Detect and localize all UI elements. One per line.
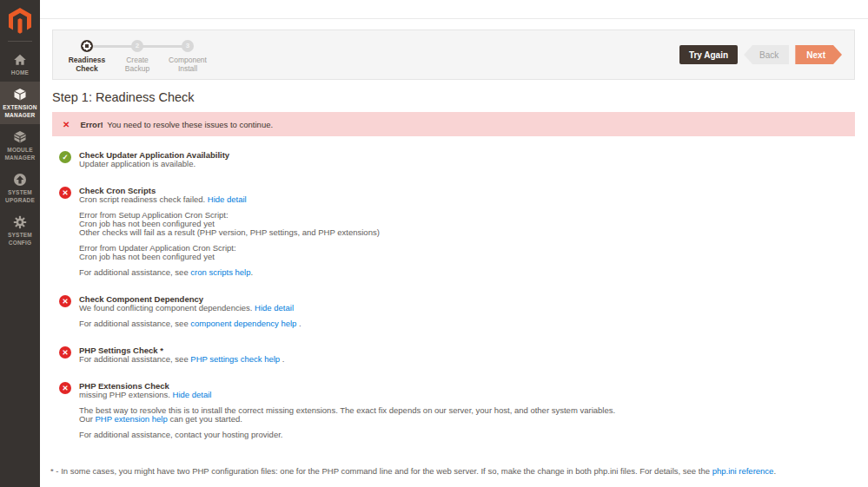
sidebar-item-extension-manager[interactable]: EXTENSION MANAGER xyxy=(0,82,40,124)
step-label: Create Backup xyxy=(115,56,160,73)
php-extension-help-link[interactable]: PHP extension help xyxy=(95,414,167,424)
module-manager-icon xyxy=(13,130,27,144)
error-cross-icon: ✕ xyxy=(59,382,71,394)
help-text: Our xyxy=(79,414,95,424)
assistance-line: For additional assistance, see component… xyxy=(79,319,301,328)
home-icon xyxy=(13,53,27,67)
wizard-buttons: Try Again Back Next xyxy=(679,45,842,64)
sidebar-item-home[interactable]: HOME xyxy=(0,47,40,82)
check-item-updater: ✓ Check Updater Application Availability… xyxy=(59,151,855,168)
cron-updater-error: Error from Updater Application Cron Scri… xyxy=(79,244,380,261)
error-cross-icon: ✕ xyxy=(59,346,71,359)
success-check-icon: ✓ xyxy=(59,151,71,163)
php-ini-footnote: * - In some cases, you might have two PH… xyxy=(50,466,855,476)
hide-detail-link[interactable]: Hide detail xyxy=(255,303,294,313)
page-title: Step 1: Readiness Check xyxy=(52,90,855,104)
sidebar-item-label: MODULE MANAGER xyxy=(1,147,39,161)
hide-detail-link[interactable]: Hide detail xyxy=(173,390,212,399)
magento-logo[interactable] xyxy=(0,0,40,41)
check-item-dependency: ✕ Check Component Dependency We found co… xyxy=(59,295,855,328)
sidebar-item-label: HOME xyxy=(11,69,29,76)
check-item-php-settings: ✕ PHP Settings Check * For additional as… xyxy=(59,346,855,364)
wizard-nav-panel: Readiness Check 2 Create Backup 3 Compon… xyxy=(52,30,855,80)
magento-logo-icon xyxy=(8,7,32,35)
help-suffix: can get you started. xyxy=(168,414,242,424)
readiness-check-list: ✓ Check Updater Application Availability… xyxy=(59,151,855,457)
step-label: Component Install xyxy=(165,56,210,73)
step-circle: 3 xyxy=(182,40,194,52)
assistance-line: For additional assistance, see cron scri… xyxy=(79,268,380,277)
admin-sidebar: HOME EXTENSION MANAGER MODULE MANAGER SY… xyxy=(0,0,40,487)
sidebar-item-system-upgrade[interactable]: SYSTEM UPGRADE xyxy=(0,167,40,209)
footnote-suffix: . xyxy=(773,466,776,476)
step-label: Readiness Check xyxy=(64,56,109,73)
footnote-text: * - In some cases, you might have two PH… xyxy=(50,466,712,476)
sidebar-item-label: SYSTEM CONFIG xyxy=(1,232,39,247)
detail-line: Our PHP extension help can get you start… xyxy=(79,415,615,424)
cron-scripts-help-link[interactable]: cron scripts help xyxy=(190,267,250,277)
check-status-line: We found conflicting component dependenc… xyxy=(79,304,301,313)
cron-setup-error: Error from Setup Application Cron Script… xyxy=(79,211,380,237)
assistance-suffix: . xyxy=(296,319,301,328)
assistance-line: For additional assistance, contact your … xyxy=(79,431,615,439)
step-circle-active xyxy=(81,40,93,52)
error-cross-icon: ✕ xyxy=(59,295,71,307)
check-status: We found conflicting component dependenc… xyxy=(79,303,255,313)
progress-stepper: Readiness Check 2 Create Backup 3 Compon… xyxy=(62,36,213,73)
detail-line: Other checks will fail as a result (PHP … xyxy=(79,228,380,237)
php-ini-reference-link[interactable]: php.ini reference xyxy=(712,466,774,476)
hide-detail-link[interactable]: Hide detail xyxy=(208,194,247,204)
error-cross-icon: ✕ xyxy=(59,187,71,199)
step-component-install: 3 Component Install xyxy=(162,40,213,73)
error-banner-message: Error! You need to resolve these issues … xyxy=(80,120,273,129)
assistance-suffix: . xyxy=(251,267,254,277)
sidebar-item-label: EXTENSION MANAGER xyxy=(1,104,39,119)
check-description: Updater application is available. xyxy=(79,160,229,168)
php-settings-help-link[interactable]: PHP settings check help xyxy=(190,354,280,364)
assistance-text: For additional assistance, see xyxy=(79,319,190,328)
sidebar-item-system-config[interactable]: SYSTEM CONFIG xyxy=(0,209,40,252)
back-button[interactable]: Back xyxy=(744,45,789,64)
check-status: missing PHP extensions. xyxy=(79,390,173,399)
check-status-line: missing PHP extensions. Hide detail xyxy=(79,391,615,399)
sidebar-divider xyxy=(8,41,32,42)
assistance-text: For additional assistance, see xyxy=(79,267,190,277)
error-banner: ✕ Error! You need to resolve these issue… xyxy=(52,112,855,136)
assistance-text: For additional assistance, see xyxy=(79,354,190,364)
next-button[interactable]: Next xyxy=(795,45,842,64)
system-upgrade-icon xyxy=(13,173,27,187)
error-banner-prefix: Error! xyxy=(80,120,103,129)
check-status: Cron script readiness check failed. xyxy=(79,194,208,204)
sidebar-item-module-manager[interactable]: MODULE MANAGER xyxy=(0,124,40,167)
component-dependency-help-link[interactable]: component dependency help xyxy=(190,319,296,328)
detail-line: Cron job has not been configured yet xyxy=(79,253,380,261)
error-x-icon: ✕ xyxy=(63,120,70,129)
system-config-icon xyxy=(13,215,27,229)
try-again-button[interactable]: Try Again xyxy=(679,45,738,64)
error-banner-text: You need to resolve these issues to cont… xyxy=(105,120,273,129)
assistance-suffix: . xyxy=(280,354,284,364)
step-circle: 2 xyxy=(131,40,143,52)
check-item-cron: ✕ Check Cron Scripts Cron script readine… xyxy=(59,187,855,277)
extension-manager-icon xyxy=(13,88,27,102)
sidebar-item-label: SYSTEM UPGRADE xyxy=(1,189,39,204)
check-status-line: Cron script readiness check failed. Hide… xyxy=(79,195,380,204)
admin-header-bar xyxy=(40,0,868,19)
resolve-paragraph: The best way to resolve this is to insta… xyxy=(79,406,615,424)
check-item-php-extensions: ✕ PHP Extensions Check missing PHP exten… xyxy=(59,382,855,439)
main-content: Readiness Check 2 Create Backup 3 Compon… xyxy=(40,0,868,487)
assistance-line: For additional assistance, see PHP setti… xyxy=(79,355,284,364)
